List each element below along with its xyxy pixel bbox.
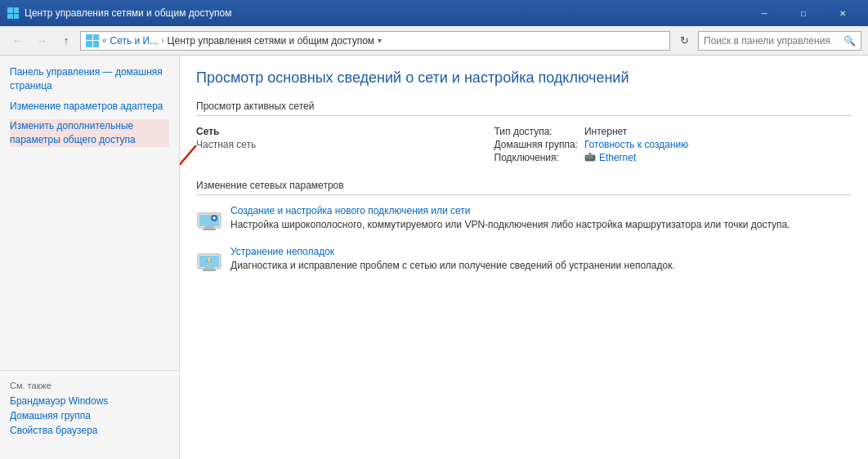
connections-label: Подключения: [494, 152, 578, 163]
ethernet-icon [584, 152, 596, 163]
back-button[interactable]: ← [7, 30, 28, 51]
svg-rect-3 [591, 156, 593, 158]
address-bar: ← → ↑ « Сеть и И... › Центр управления с… [0, 26, 868, 56]
settings-item-0: Создание и настройка нового подключения … [196, 205, 852, 233]
new-connection-icon [196, 207, 222, 233]
home-group-link[interactable]: Готовность к созданию [584, 139, 852, 150]
new-connection-desc: Настройка широкополосного, коммутируемог… [230, 219, 790, 230]
search-icon: 🔍 [843, 35, 856, 47]
sidebar-item-advanced[interactable]: Изменить дополнительные параметры общего… [10, 119, 169, 147]
minimize-button[interactable]: ─ [745, 0, 783, 26]
svg-rect-15 [208, 258, 210, 259]
up-button[interactable]: ↑ [56, 30, 77, 51]
home-group-label: Домашняя группа: [494, 139, 578, 150]
network-right: Тип доступа: Интернет Домашняя группа: Г… [494, 126, 852, 163]
breadcrumb: « Сеть и И... › Центр управления сетями … [80, 31, 670, 51]
window-title: Центр управления сетями и общим доступом [25, 7, 745, 19]
sidebar-also: См. также Брандмауэр Windows Домашняя гр… [0, 370, 179, 449]
svg-rect-8 [203, 229, 216, 230]
breadcrumb-icon [86, 34, 99, 47]
svg-rect-1 [586, 156, 588, 158]
refresh-button[interactable]: ↻ [673, 30, 695, 51]
sidebar-item-home[interactable]: Панель управления — домашняя страница [10, 65, 169, 93]
troubleshoot-desc: Диагностика и исправление проблем с сеть… [230, 260, 675, 271]
svg-rect-12 [204, 267, 214, 270]
svg-rect-7 [204, 226, 214, 229]
main-layout: Панель управления — домашняя страница Из… [0, 56, 868, 459]
forward-button[interactable]: → [31, 30, 52, 51]
settings-item-1: Устранение неполадок Диагностика и испра… [196, 246, 852, 274]
settings-text-0: Создание и настройка нового подключения … [230, 205, 852, 232]
svg-line-17 [180, 145, 196, 203]
settings-section: Изменение сетевых параметров Создание и … [196, 180, 852, 274]
search-input[interactable] [704, 35, 843, 47]
content-area: Просмотр основных сведений о сети и наст… [180, 56, 868, 459]
breadcrumb-net[interactable]: Сеть и И... [110, 35, 159, 47]
sidebar-also-browser[interactable]: Свойства браузера [10, 425, 169, 436]
window-controls: ─ □ ✕ [745, 0, 861, 26]
settings-text-1: Устранение неполадок Диагностика и испра… [230, 246, 852, 273]
page-title: Просмотр основных сведений о сети и наст… [196, 69, 852, 87]
network-name: Сеть [196, 126, 494, 137]
search-box[interactable]: 🔍 [698, 31, 861, 51]
close-button[interactable]: ✕ [824, 0, 861, 26]
new-connection-link[interactable]: Создание и настройка нового подключения … [230, 205, 852, 216]
network-left: Сеть Частная сеть [196, 126, 494, 163]
ethernet-text: Ethernet [599, 152, 636, 163]
ethernet-link[interactable]: Ethernet [584, 152, 852, 163]
network-info-container: Сеть Частная сеть Тип доступа: Интернет … [196, 126, 852, 163]
access-type-value: Интернет [584, 126, 852, 137]
title-bar: Центр управления сетями и общим доступом… [0, 0, 868, 26]
breadcrumb-arrow: › [161, 36, 163, 45]
access-type-label: Тип доступа: [494, 126, 578, 137]
app-icon [7, 7, 20, 20]
svg-rect-4 [588, 153, 591, 156]
active-networks-title: Просмотр активных сетей [196, 100, 852, 116]
sidebar-item-adapter[interactable]: Изменение параметров адаптера [10, 100, 169, 114]
network-type: Частная сеть [196, 139, 494, 150]
sidebar-nav: Панель управления — домашняя страница Из… [0, 65, 179, 154]
sidebar-also-homegroup[interactable]: Домашняя группа [10, 410, 169, 421]
svg-rect-14 [208, 260, 210, 261]
breadcrumb-dropdown[interactable]: ▾ [378, 36, 382, 45]
breadcrumb-current: Центр управления сетями и общим доступом [168, 35, 375, 47]
svg-rect-2 [588, 156, 590, 158]
troubleshoot-link[interactable]: Устранение неполадок [230, 246, 852, 257]
svg-rect-13 [203, 270, 216, 271]
breadcrumb-sep1: « [102, 36, 107, 45]
maximize-button[interactable]: □ [785, 0, 822, 26]
sidebar: Панель управления — домашняя страница Из… [0, 56, 180, 459]
troubleshoot-icon [196, 247, 222, 274]
change-settings-title: Изменение сетевых параметров [196, 180, 852, 195]
sidebar-also-firewall[interactable]: Брандмауэр Windows [10, 395, 169, 407]
sidebar-also-title: См. также [10, 381, 169, 390]
